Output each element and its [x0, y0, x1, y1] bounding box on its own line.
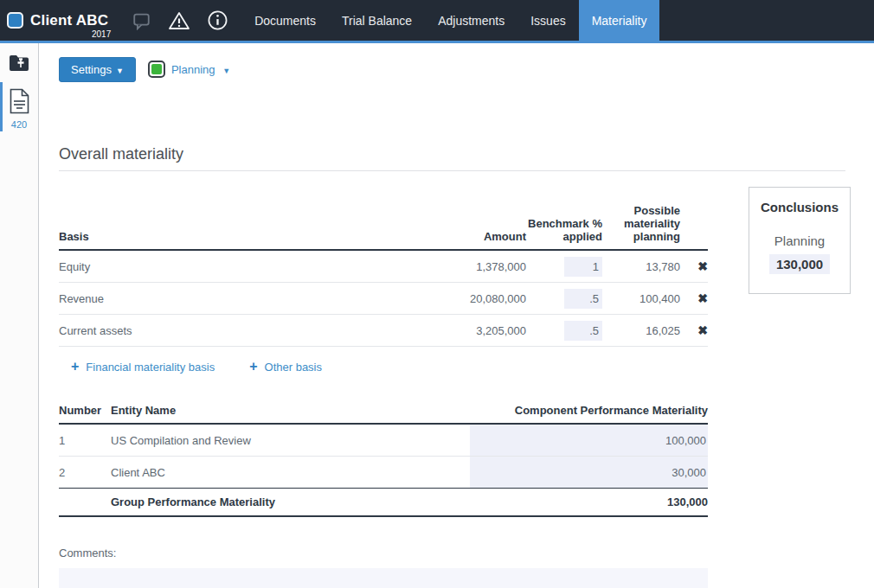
page-title: Overall materiality	[59, 145, 874, 163]
group-performance-materiality-row: Group Performance Materiality 130,000	[59, 488, 708, 517]
table-row: 1 US Compilation and Review 100,000	[59, 425, 708, 457]
comments-label: Comments:	[59, 546, 874, 559]
add-other-basis-link[interactable]: + Other basis	[249, 359, 322, 374]
amount-cell: 20,080,000	[396, 292, 526, 305]
benchmark-input[interactable]: .5	[564, 289, 602, 309]
conclusions-title: Conclusions	[749, 200, 850, 214]
comments-input[interactable]	[59, 568, 708, 588]
nav-item-trial-balance[interactable]: Trial Balance	[329, 0, 425, 41]
nav-item-materiality[interactable]: Materiality	[579, 0, 660, 43]
nav-item-documents[interactable]: Documents	[241, 0, 329, 41]
entity-name-cell: Client ABC	[111, 457, 470, 488]
entity-name-cell: US Compilation and Review	[111, 425, 470, 456]
add-basis-links: + Financial materiality basis + Other ba…	[59, 359, 874, 374]
status-green-icon	[148, 61, 165, 78]
main-content: Settings▼ Planning ▼ Overall materiality…	[40, 43, 874, 588]
page-toolbar: Settings▼ Planning ▼	[59, 43, 874, 81]
table-row: Revenue 20,080,000 .5 100,400 ✖	[59, 283, 708, 315]
add-financial-basis-link[interactable]: + Financial materiality basis	[71, 359, 215, 374]
header-number: Number	[59, 404, 111, 417]
pinned-folder-icon[interactable]	[0, 43, 38, 80]
sidebar-item-document-420[interactable]: 420	[0, 80, 38, 133]
possible-materiality-cell: 16,025	[602, 324, 680, 337]
delete-row-icon[interactable]: ✖	[697, 291, 708, 305]
nav-item-adjustments[interactable]: Adjustments	[425, 0, 517, 41]
component-table-header: Number Entity Name Component Performance…	[59, 404, 708, 425]
possible-materiality-cell: 100,400	[602, 292, 680, 305]
component-materiality-input[interactable]: 100,000	[470, 425, 708, 456]
main-nav: Documents Trial Balance Adjustments Issu…	[241, 0, 659, 41]
materiality-basis-table: Basis Amount Benchmark % applied Possibl…	[59, 204, 708, 347]
settings-button[interactable]: Settings▼	[59, 57, 136, 82]
amount-cell: 1,378,000	[396, 260, 526, 273]
client-brand[interactable]: Client ABC 2017	[0, 0, 122, 41]
planning-status-dropdown[interactable]: Planning ▼	[148, 61, 230, 78]
conclusions-panel: Conclusions Planning 130,000	[749, 187, 851, 294]
benchmark-input[interactable]: 1	[564, 257, 602, 277]
header-possible-materiality: Possible materiality planning	[602, 204, 680, 243]
client-name: Client ABC	[30, 12, 108, 29]
header-basis: Basis	[59, 230, 396, 243]
warning-icon[interactable]	[167, 9, 191, 33]
comments-section: Comments:	[59, 546, 874, 588]
entity-number-cell: 1	[59, 425, 111, 456]
engagement-year: 2017	[92, 29, 111, 39]
header-component-performance-materiality: Component Performance Materiality	[470, 404, 708, 417]
component-materiality-input[interactable]: 30,000	[470, 457, 708, 488]
total-label: Group Performance Materiality	[111, 495, 470, 508]
table-row: 2 Client ABC 30,000	[59, 457, 708, 489]
conclusions-planning-label: Planning	[749, 233, 850, 248]
plus-icon: +	[71, 359, 79, 374]
basis-cell: Equity	[59, 260, 396, 273]
topbar-icon-group	[122, 0, 236, 41]
header-amount: Amount	[396, 230, 526, 243]
conclusions-planning-value: 130,000	[769, 254, 830, 274]
chat-icon[interactable]	[129, 9, 153, 33]
amount-cell: 3,205,000	[396, 324, 526, 337]
delete-row-icon[interactable]: ✖	[697, 259, 708, 273]
nav-item-issues[interactable]: Issues	[517, 0, 578, 41]
basis-cell: Revenue	[59, 292, 396, 305]
caret-down-icon: ▼	[222, 67, 230, 75]
entity-number-cell: 2	[59, 457, 111, 488]
table-row: Current assets 3,205,000 .5 16,025 ✖	[59, 315, 708, 347]
plus-icon: +	[249, 359, 257, 374]
materiality-table-header: Basis Amount Benchmark % applied Possibl…	[59, 204, 708, 251]
delete-row-icon[interactable]: ✖	[697, 323, 708, 337]
top-navigation-bar: Client ABC 2017 Documents Tria	[0, 0, 874, 43]
component-materiality-table: Number Entity Name Component Performance…	[59, 404, 708, 517]
document-number: 420	[0, 119, 38, 130]
total-value: 130,000	[470, 495, 708, 508]
document-sidebar: 420	[0, 43, 39, 588]
header-benchmark: Benchmark % applied	[526, 217, 602, 243]
info-icon[interactable]	[205, 9, 229, 33]
possible-materiality-cell: 13,780	[602, 260, 680, 273]
client-logo-icon	[7, 12, 23, 29]
title-divider	[59, 170, 845, 171]
document-icon	[9, 88, 30, 114]
table-row: Equity 1,378,000 1 13,780 ✖	[59, 251, 708, 283]
header-entity-name: Entity Name	[111, 404, 470, 417]
basis-cell: Current assets	[59, 324, 396, 337]
benchmark-input[interactable]: .5	[564, 321, 602, 341]
caret-down-icon: ▼	[116, 67, 124, 75]
